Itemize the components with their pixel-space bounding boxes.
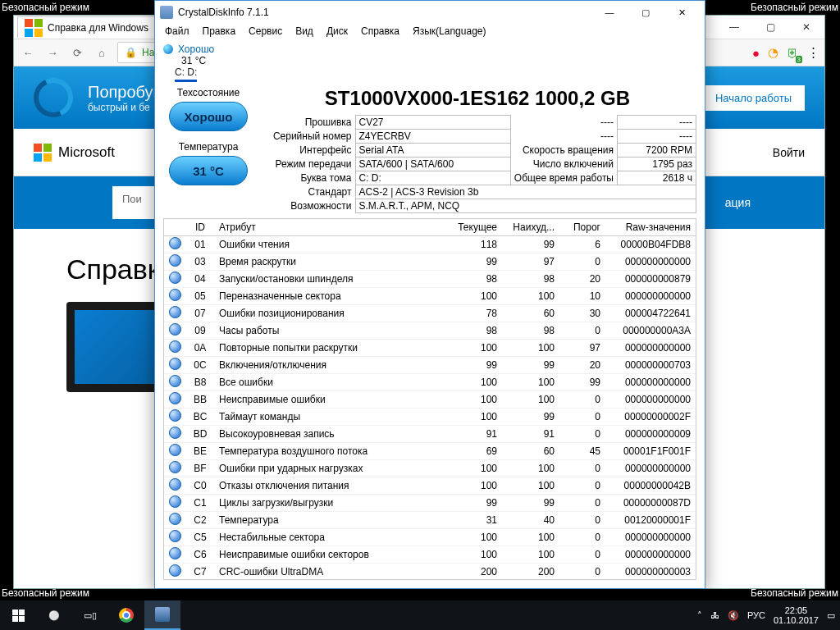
- smart-row[interactable]: C1Циклы загрузки/выгрузки999900000000008…: [164, 495, 696, 512]
- smart-row[interactable]: BDВысокоуровневая запись9191000000000000…: [164, 426, 696, 443]
- tray-volume-muted-icon[interactable]: 🔇: [728, 610, 739, 621]
- start-button[interactable]: [0, 600, 36, 630]
- menu-item[interactable]: Справка: [356, 24, 404, 42]
- smart-row[interactable]: B8Все ошибки10010099000000000000: [164, 374, 696, 391]
- smart-row[interactable]: C5Нестабильные сектора100100000000000000…: [164, 529, 696, 546]
- bluebar-item-info[interactable]: ация: [725, 196, 751, 209]
- back-button[interactable]: ←: [19, 43, 37, 62]
- smart-row[interactable]: 01Ошибки чтения11899600000B04FDB8: [164, 236, 696, 253]
- taskbar: ⚪ ▭▯ ˄ 🖧 🔇 РУС 22:05 01.10.2017 ▭: [0, 600, 840, 630]
- status-good-text: Хорошо: [178, 43, 214, 55]
- status-orb-icon: [169, 358, 181, 370]
- menu-item[interactable]: Файл: [160, 24, 194, 42]
- microsoft-logo[interactable]: Microsoft: [34, 144, 115, 162]
- crystaldiskinfo-window: CrystalDiskInfo 7.1.1 — ▢ ✕ ФайлПравкаСе…: [154, 0, 705, 589]
- browser-tab[interactable]: Справка для Windows: [17, 16, 156, 38]
- status-orb-icon: [169, 444, 181, 456]
- status-orb-icon: [169, 461, 181, 473]
- forward-button[interactable]: →: [43, 43, 62, 62]
- status-orb-icon: [169, 392, 181, 404]
- status-orb-icon: [169, 513, 181, 525]
- chrome-icon: [119, 608, 134, 623]
- microsoft-label: Microsoft: [58, 144, 115, 161]
- smart-row[interactable]: 0CВключения/отключения999920000000000703: [164, 357, 696, 374]
- smart-row[interactable]: C2Температура3140000120000001F: [164, 512, 696, 529]
- smart-row[interactable]: 04Запуски/остановки шпинделя989820000000…: [164, 271, 696, 288]
- task-view-button[interactable]: ▭▯: [72, 600, 108, 630]
- tray-chevron-icon[interactable]: ˄: [697, 610, 702, 621]
- status-orb-icon: [169, 478, 181, 491]
- menu-bar: ФайлПравкаСервисВидДискСправкаЯзык(Langu…: [155, 24, 705, 42]
- smart-row[interactable]: BFОшибки при ударных нагрузках1001000000…: [164, 460, 696, 477]
- status-orb-icon: [169, 289, 181, 301]
- smart-row[interactable]: BEТемпература воздушного потока696045000…: [164, 443, 696, 460]
- smart-row[interactable]: 03Время раскрутки99970000000000000: [164, 253, 696, 271]
- login-link[interactable]: Войти: [773, 146, 805, 159]
- status-orb-icon: [169, 409, 181, 422]
- menu-item[interactable]: Диск: [322, 24, 353, 42]
- smart-row[interactable]: BBНеисправимые ошибки1001000000000000000: [164, 391, 696, 409]
- safe-mode-label: Безопасный режим: [2, 2, 89, 13]
- taskbar-app-crystaldiskinfo[interactable]: [144, 600, 180, 630]
- menu-item[interactable]: Сервис: [244, 24, 287, 42]
- minimize-button[interactable]: —: [716, 16, 752, 39]
- menu-item[interactable]: Вид: [290, 24, 318, 42]
- status-orb-icon: [169, 375, 181, 387]
- app-icon: [160, 6, 173, 19]
- status-orb-icon: [169, 495, 181, 508]
- close-button[interactable]: ✕: [664, 1, 700, 24]
- maximize-button[interactable]: ▢: [752, 16, 788, 39]
- status-orb-icon: [169, 323, 181, 336]
- status-orb-icon: [169, 237, 181, 249]
- extension-icon[interactable]: ●: [752, 46, 760, 60]
- menu-item[interactable]: Язык(Language): [408, 24, 491, 42]
- smart-table[interactable]: ID Атрибут Текущее Наихуд... Порог Raw-з…: [163, 218, 696, 580]
- smart-row[interactable]: 0AПовторные попытки раскрутки10010097000…: [164, 340, 696, 357]
- minimize-button[interactable]: —: [591, 1, 628, 24]
- status-orb-icon: [169, 306, 181, 318]
- taskbar-app-chrome[interactable]: [108, 600, 144, 630]
- tray-clock[interactable]: 22:05 01.10.2017: [774, 605, 819, 625]
- status-orb-icon: [169, 547, 181, 559]
- temp-pill: 31 °C: [169, 156, 248, 185]
- status-orb-icon: [169, 427, 181, 439]
- temp-label: Температура: [163, 141, 253, 153]
- close-button[interactable]: ✕: [788, 16, 824, 39]
- home-button[interactable]: ⌂: [93, 43, 111, 62]
- window-titlebar[interactable]: CrystalDiskInfo 7.1.1 — ▢ ✕: [155, 1, 705, 24]
- extension-icon[interactable]: ◔: [768, 45, 778, 60]
- drive-properties: ПрошивкаCV27 -------- Серийный номерZ4YE…: [258, 115, 696, 213]
- status-dot-icon: [163, 44, 173, 54]
- maximize-button[interactable]: ▢: [628, 1, 664, 24]
- hero-cta-button[interactable]: Начало работы: [702, 85, 805, 111]
- smart-row[interactable]: 09Часы работы98980000000000A3A: [164, 322, 696, 340]
- ms-favicon-icon: [25, 19, 43, 37]
- safe-mode-label: Безопасный режим: [751, 2, 838, 13]
- crystaldiskinfo-icon: [155, 607, 170, 622]
- drive-tab[interactable]: C: D:: [175, 66, 197, 82]
- safe-mode-label: Безопасный режим: [751, 587, 838, 599]
- smart-row[interactable]: 05Переназначенные сектора100100100000000…: [164, 288, 696, 305]
- smart-row[interactable]: C6Неисправимые ошибки секторов1001000000…: [164, 546, 696, 564]
- tab-title: Справка для Windows: [48, 22, 148, 34]
- extension-icon[interactable]: ⛨3: [787, 46, 799, 60]
- smart-row[interactable]: C7CRC-ошибки UltraDMA2002000000000000003: [164, 564, 696, 581]
- menu-button[interactable]: ⋮: [807, 45, 819, 60]
- smart-row[interactable]: 07Ошибки позиционирования786030000004722…: [164, 305, 696, 322]
- lock-icon: 🔒: [125, 47, 137, 58]
- status-orb-icon: [169, 254, 181, 267]
- edge-logo-icon: [28, 72, 79, 123]
- menu-item[interactable]: Правка: [198, 24, 241, 42]
- tray-notifications-icon[interactable]: ▭: [827, 610, 835, 621]
- window-title: CrystalDiskInfo 7.1.1: [178, 7, 269, 18]
- reload-button[interactable]: ⟳: [68, 43, 86, 62]
- search-button[interactable]: ⚪: [36, 600, 72, 630]
- status-orb-icon: [169, 340, 181, 353]
- status-orb-icon: [169, 530, 181, 542]
- smart-row[interactable]: C0Отказы отключения питания1001000000000…: [164, 477, 696, 495]
- smart-row[interactable]: BCТаймаут команды10099000000000002F: [164, 409, 696, 426]
- health-label: Техсостояние: [163, 87, 253, 98]
- tray-network-icon[interactable]: 🖧: [710, 610, 719, 620]
- health-status-pill: Хорошо: [169, 102, 248, 131]
- tray-language[interactable]: РУС: [747, 610, 765, 620]
